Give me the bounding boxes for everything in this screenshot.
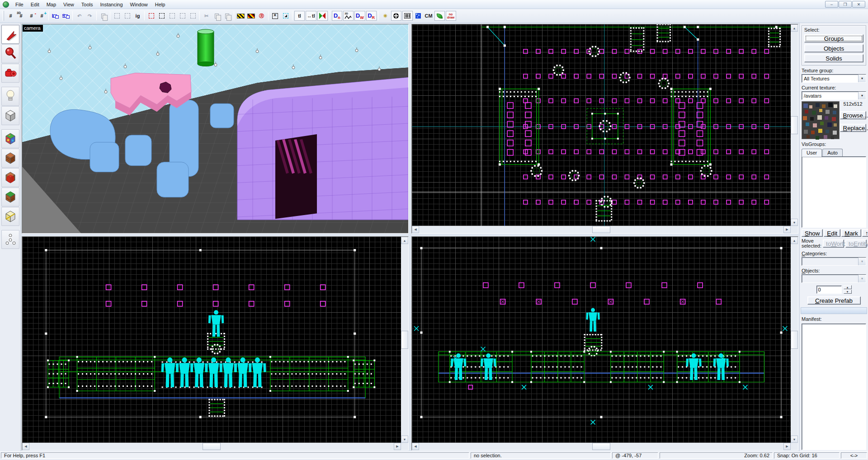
- toolbar-paste-button[interactable]: [222, 11, 232, 21]
- spin-up-icon[interactable]: ▲: [844, 285, 852, 289]
- toolbar-show-selected-brushes-button[interactable]: [156, 11, 167, 21]
- clipping-tool[interactable]: [1, 207, 19, 226]
- entity-tool[interactable]: [1, 87, 19, 106]
- to-world-button[interactable]: toWorld: [823, 239, 844, 248]
- texture-preview[interactable]: [802, 101, 840, 139]
- scroll-right-button[interactable]: ▶: [394, 443, 401, 450]
- move-up-button[interactable]: ↑: [862, 229, 868, 237]
- menu-file[interactable]: File: [12, 1, 27, 8]
- toolbar-magic-select-button[interactable]: [280, 11, 291, 21]
- toolbar-group-button[interactable]: [112, 11, 122, 21]
- toolbar-run-map-helmet-button[interactable]: [391, 11, 401, 21]
- toolbar-save-window-state-button[interactable]: S: [61, 11, 71, 21]
- scroll-thumb[interactable]: [401, 331, 408, 349]
- toolbar-hide-unselected-button[interactable]: [177, 11, 188, 21]
- scroll-left-button[interactable]: ◀: [412, 226, 419, 233]
- toolbar-cm-toggle-button[interactable]: CM: [424, 11, 434, 21]
- restore-button[interactable]: ❐: [839, 1, 852, 8]
- toolbar-displacement-fence-button[interactable]: [402, 11, 413, 21]
- scroll-left-button[interactable]: ◀: [22, 443, 29, 450]
- toolbar-sound-browser-button[interactable]: ✳: [380, 11, 391, 21]
- overlay-tool[interactable]: [1, 188, 19, 207]
- scroll-down-button[interactable]: ▼: [791, 219, 798, 226]
- toolbar-displacement-3d-button[interactable]: 3D: [343, 11, 354, 21]
- block-tool[interactable]: [1, 106, 19, 125]
- scroll-up-button[interactable]: ▲: [791, 24, 798, 32]
- create-prefab-button[interactable]: Create Prefab: [807, 296, 861, 305]
- toolbar-ungroup-button[interactable]: [122, 11, 132, 21]
- toolbar-hide-mask-button[interactable]: [270, 11, 280, 21]
- toolbar-smaller-grid-button[interactable]: #-: [26, 11, 37, 21]
- visgroups-list[interactable]: [802, 156, 866, 228]
- chevron-down-icon[interactable]: ▼: [858, 92, 866, 99]
- toolbar-no-draw-toggle-button[interactable]: no draw: [446, 11, 456, 21]
- menu-help[interactable]: Help: [151, 1, 169, 8]
- toolbar-displacement-remap-button[interactable]: DR: [366, 11, 377, 21]
- scroll-down-button[interactable]: ▼: [791, 436, 798, 443]
- scroll-right-button[interactable]: ▶: [783, 226, 791, 233]
- toolbar-texture-lock-button[interactable]: [236, 11, 246, 21]
- replace-button[interactable]: Replace...: [840, 124, 866, 132]
- scroll-down-button[interactable]: ▼: [401, 436, 408, 443]
- toolbar-toggle-grid-button[interactable]: #: [5, 11, 16, 21]
- chevron-down-icon[interactable]: ▼: [858, 275, 866, 282]
- edit-button[interactable]: Edit: [824, 229, 840, 237]
- select-solids-button[interactable]: Solids: [804, 54, 863, 62]
- mark-button[interactable]: Mark: [841, 229, 861, 237]
- menu-instancing[interactable]: Instancing: [96, 1, 126, 8]
- toolbar-flip-normals-button[interactable]: [317, 11, 328, 21]
- vertical-scrollbar[interactable]: ▲▼: [791, 24, 798, 226]
- menu-window[interactable]: Window: [127, 1, 151, 8]
- camera-tool[interactable]: [1, 64, 19, 83]
- toolbar-displacement-normal-button[interactable]: Dn: [332, 11, 342, 21]
- chevron-down-icon[interactable]: ▼: [858, 258, 866, 265]
- vertex-tool[interactable]: [1, 230, 19, 249]
- spin-down-icon[interactable]: ▼: [844, 290, 852, 294]
- scroll-up-button[interactable]: ▲: [791, 237, 798, 244]
- vertical-scrollbar[interactable]: ▲▼: [791, 237, 798, 443]
- browse-button[interactable]: Browse...: [840, 111, 866, 119]
- minimize-button[interactable]: –: [825, 1, 838, 8]
- viewport-3d-camera[interactable]: camera: [22, 24, 409, 234]
- toolbar-copy-button[interactable]: [212, 11, 222, 21]
- toolbar-toggle-select-by-group-button[interactable]: [146, 11, 156, 21]
- toolbar-texture-scale-tl-button[interactable]: ↔tl: [306, 11, 316, 21]
- chevron-down-icon[interactable]: ▼: [858, 75, 866, 82]
- scroll-thumb[interactable]: [592, 443, 610, 450]
- toolbar-larger-grid-button[interactable]: #+: [37, 11, 47, 21]
- scroll-left-button[interactable]: ◀: [412, 443, 419, 450]
- horizontal-scrollbar[interactable]: ◀▶: [412, 226, 791, 233]
- magnify-tool[interactable]: [1, 44, 19, 63]
- viewport-2d-front[interactable]: ▲▼ ◀▶: [22, 236, 409, 451]
- prefab-count-input[interactable]: [816, 286, 842, 294]
- toolbar-cut-button[interactable]: ✂: [201, 11, 212, 21]
- scroll-thumb[interactable]: [203, 443, 221, 450]
- menu-view[interactable]: View: [60, 1, 78, 8]
- scroll-thumb[interactable]: [592, 226, 610, 233]
- toolbar-texture-lock-tl-button[interactable]: tl: [294, 11, 305, 21]
- toolbar-load-window-state-button[interactable]: L: [50, 11, 61, 21]
- toolbar-displacement-walkable-button[interactable]: DW: [354, 11, 365, 21]
- toolbar-toggle-grid-3d-button[interactable]: #3D: [16, 11, 26, 21]
- show-button[interactable]: Show: [802, 229, 823, 237]
- current-texture-combo[interactable]: /avatars ▼: [802, 91, 866, 100]
- tab-user[interactable]: User: [802, 149, 822, 157]
- texture-group-combo[interactable]: All Textures ▼: [802, 74, 866, 83]
- menu-map[interactable]: Map: [43, 1, 60, 8]
- viewport-2d-side[interactable]: ▲▼ ◀▶: [411, 236, 798, 451]
- categories-combo[interactable]: ▼: [802, 257, 866, 266]
- toolbar-radius-culling-button[interactable]: Ⓡ: [256, 11, 267, 21]
- close-button[interactable]: ✕: [852, 1, 865, 8]
- toolbar-grip[interactable]: [3, 11, 4, 21]
- horizontal-scrollbar[interactable]: ◀▶: [22, 443, 401, 450]
- scroll-thumb[interactable]: [791, 331, 798, 349]
- selection-tool[interactable]: [1, 25, 19, 44]
- menu-tools[interactable]: Tools: [78, 1, 97, 8]
- manifest-list[interactable]: [802, 324, 866, 450]
- toolbar-show-hidden-button[interactable]: [188, 11, 198, 21]
- toolbar-undo-button[interactable]: ↶: [74, 11, 85, 21]
- tab-auto[interactable]: Auto: [822, 149, 843, 157]
- status-resize-grip[interactable]: <->: [841, 452, 867, 459]
- toolbar-ignore-groups-button[interactable]: ig: [132, 11, 143, 21]
- toolbar-foliage-tool-button[interactable]: [434, 11, 445, 21]
